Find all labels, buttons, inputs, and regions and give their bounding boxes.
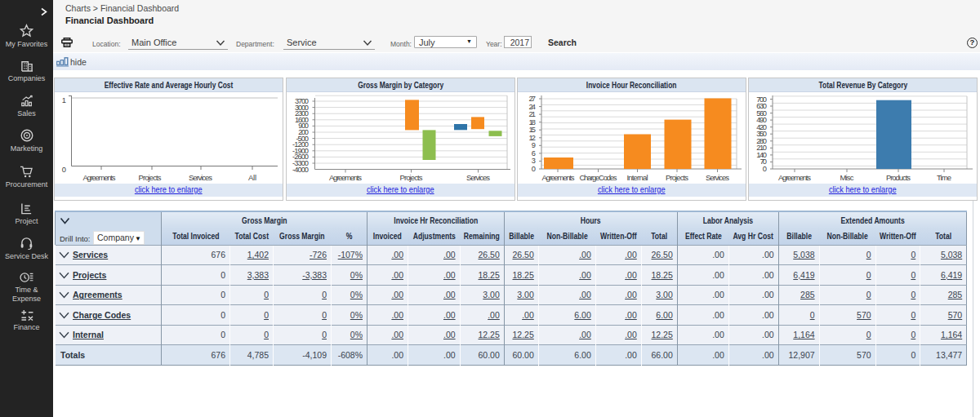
svg-text:Products: Products (886, 173, 911, 182)
svg-text:Services: Services (189, 173, 212, 182)
svg-text:18: 18 (529, 118, 537, 126)
svg-text:9: 9 (532, 141, 536, 149)
svg-text:Internal: Internal (627, 173, 648, 182)
svg-text:-4000: -4000 (292, 166, 309, 174)
svg-text:0: 0 (532, 165, 536, 173)
svg-text:Services: Services (706, 173, 729, 182)
svg-text:6: 6 (532, 149, 536, 157)
svg-text:ChargeCodes: ChargeCodes (580, 173, 617, 182)
svg-text:Agreements: Agreements (329, 173, 362, 182)
svg-text:3: 3 (532, 157, 536, 165)
svg-text:Projects: Projects (666, 173, 688, 182)
svg-text:Projects: Projects (139, 173, 162, 182)
svg-text:Agreements: Agreements (83, 173, 116, 182)
svg-text:0: 0 (62, 166, 66, 174)
svg-text:Services: Services (466, 173, 490, 182)
svg-text:0: 0 (763, 165, 767, 173)
svg-text:Projects: Projects (400, 173, 423, 182)
svg-text:All: All (248, 173, 256, 182)
svg-text:21: 21 (529, 110, 537, 118)
svg-text:Misc: Misc (840, 173, 854, 182)
svg-text:1: 1 (62, 96, 66, 104)
svg-text:Agreements: Agreements (542, 173, 575, 182)
svg-text:12: 12 (529, 134, 537, 142)
svg-text:Time: Time (937, 173, 951, 182)
svg-text:24: 24 (529, 103, 537, 111)
svg-text:Agreements: Agreements (778, 173, 811, 182)
svg-text:27: 27 (529, 95, 537, 103)
svg-text:15: 15 (529, 126, 537, 134)
